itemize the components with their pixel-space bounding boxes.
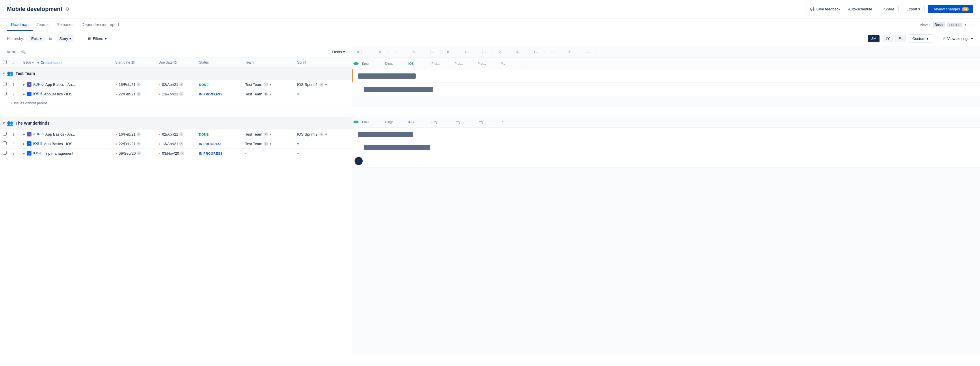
team-clear-icon[interactable]: ×: [264, 92, 268, 96]
sprint-dropdown-icon[interactable]: ▾: [325, 132, 327, 136]
gantt-bar-done[interactable]: [358, 132, 413, 137]
date-clear-icon[interactable]: ×: [179, 92, 183, 96]
team-dropdown-icon[interactable]: ▾: [270, 83, 271, 86]
group-chevron-wunderkinds[interactable]: ▾: [3, 121, 5, 125]
team-clear-icon[interactable]: ×: [264, 132, 268, 136]
expand-icon[interactable]: ▶: [23, 152, 25, 155]
date-clear-icon[interactable]: ×: [137, 92, 141, 96]
expand-icon[interactable]: ▶: [23, 142, 25, 145]
issue-title: App Basics - An...: [45, 132, 75, 136]
issue-type-icon: ▪: [27, 141, 32, 146]
view-basic-tag: Basic: [933, 22, 945, 27]
time-1y-button[interactable]: 1Y: [882, 35, 893, 42]
group-row-wunderkinds: ▾ 👥 The Wunderkinds: [0, 117, 352, 129]
group-chevron-test-team[interactable]: ▾: [3, 71, 5, 75]
date-clear-icon[interactable]: ×: [180, 151, 184, 155]
team-clear-icon[interactable]: ×: [264, 142, 268, 146]
sprint-clear-icon[interactable]: ×: [319, 132, 323, 136]
date-clear-icon[interactable]: ×: [137, 82, 141, 86]
team-dropdown-icon[interactable]: ▾: [270, 142, 271, 145]
issue-link[interactable]: IOS-5: [33, 142, 42, 146]
tab-roadmap[interactable]: Roadmap: [7, 19, 33, 31]
gear-icon[interactable]: ⚙: [65, 6, 69, 12]
issue-type-icon: ▪: [27, 92, 32, 96]
gantt-row: [352, 128, 980, 141]
sprint-label: IOS ...: [406, 119, 429, 125]
date-flag-icon: ▲: [115, 83, 118, 86]
sprint-label: Proj...: [475, 61, 498, 67]
timeline-cell: 2...: [475, 50, 493, 54]
date-clear-icon[interactable]: ×: [179, 132, 183, 136]
custom-button[interactable]: Custom ▾: [908, 34, 933, 43]
row-num: 1: [10, 80, 20, 90]
tab-releases[interactable]: Releases: [52, 19, 77, 31]
sprint-dropdown-icon[interactable]: ▾: [297, 92, 299, 96]
view-dropdown-arrow[interactable]: ▾: [965, 23, 966, 26]
search-icon[interactable]: 🔍: [21, 50, 26, 54]
date-clear-icon[interactable]: ×: [179, 142, 183, 146]
team-dropdown-icon[interactable]: ▾: [270, 133, 271, 136]
gantt-bar-inprogress[interactable]: [364, 87, 433, 92]
review-changes-button[interactable]: Review changes 34: [928, 5, 973, 13]
row-checkbox[interactable]: [3, 92, 6, 95]
sprint-label: Proj...: [475, 119, 498, 125]
row-num: 1: [10, 129, 20, 139]
sprint-clear-icon[interactable]: ×: [319, 82, 323, 87]
time-fit-button[interactable]: Fit: [895, 35, 905, 42]
row-checkbox[interactable]: [3, 141, 6, 145]
team-name: Test Team: [245, 142, 262, 146]
top-header: Mobile development ⚙ 📢 Give feedback Aut…: [0, 0, 980, 19]
tab-dependencies[interactable]: Dependencies report: [77, 19, 123, 31]
issue-link[interactable]: IOS-6: [33, 151, 42, 155]
row-checkbox[interactable]: [3, 132, 6, 136]
select-all-checkbox[interactable]: [3, 60, 6, 64]
more-options-icon[interactable]: ···: [969, 22, 973, 27]
gantt-bar-inprogress[interactable]: [364, 145, 430, 150]
row-num: 2: [10, 139, 20, 149]
issue-link[interactable]: ADR-5: [33, 132, 44, 136]
auto-schedule-button[interactable]: Auto-schedule: [844, 5, 877, 13]
expand-icon[interactable]: ▶: [23, 83, 25, 86]
row-checkbox[interactable]: [3, 151, 6, 155]
group-name-test-team: Test Team: [16, 71, 35, 76]
gantt-bar-done[interactable]: [358, 74, 416, 78]
hierarchy-from-select[interactable]: Epic ▾: [29, 35, 44, 42]
team-clear-icon[interactable]: ×: [264, 82, 268, 86]
due-date: 13/Apr/21: [162, 142, 178, 146]
feedback-button[interactable]: 📢 Give feedback: [810, 7, 840, 11]
gantt-expand-button[interactable]: ↔: [363, 49, 370, 55]
issue-link[interactable]: ADR-5: [33, 82, 44, 86]
export-button[interactable]: Export ▾: [902, 5, 924, 13]
gantt-undo-button[interactable]: ↺: [355, 49, 361, 55]
timeline-cell: 1...: [458, 50, 475, 54]
date-clear-icon[interactable]: ×: [179, 82, 183, 86]
issue-title: App Basics - iOS: [44, 142, 72, 146]
tab-teams[interactable]: Teams: [33, 19, 52, 31]
create-issue-button[interactable]: + Create issue: [37, 61, 62, 65]
share-button[interactable]: Share: [880, 5, 899, 13]
sprint-dropdown-icon[interactable]: ▾: [297, 151, 299, 155]
expand-icon[interactable]: ▶: [23, 133, 25, 136]
sprint-label: Dingo: [383, 119, 406, 125]
filters-button[interactable]: ⊞ Filters ▾: [88, 37, 107, 41]
team-dropdown-icon[interactable]: ▾: [270, 93, 271, 96]
row-checkbox[interactable]: [3, 82, 6, 86]
sprint-dropdown-icon[interactable]: ▾: [325, 82, 327, 87]
date-clear-icon[interactable]: ×: [137, 132, 141, 136]
back-to-date-icon[interactable]: ←: [355, 157, 363, 165]
expand-icon[interactable]: ▶: [23, 93, 25, 96]
date-clear-icon[interactable]: ×: [137, 142, 141, 146]
hierarchy-to-select[interactable]: Story ▾: [57, 35, 74, 42]
col-header-issue: Issue ▾ + Create issue: [20, 58, 112, 67]
fields-button[interactable]: ⊟ Fields ▾: [328, 50, 345, 54]
left-table: SCOPE 🔍 ⊟ Fields ▾ # Issue ▾ + Create is…: [0, 46, 352, 355]
sprint-label: Proj...: [452, 119, 475, 125]
issue-link[interactable]: IOS-5: [33, 92, 42, 96]
date-clear-icon[interactable]: ×: [137, 151, 141, 155]
timeline-cell: 1...: [527, 50, 544, 54]
time-3m-button[interactable]: 3M: [868, 35, 880, 42]
view-settings-button[interactable]: ⇄ View settings ▾: [942, 37, 973, 41]
team-dropdown-icon[interactable]: ▾: [245, 152, 247, 155]
status-badge: IN PROGRESS: [199, 93, 223, 96]
sprint-dropdown-icon[interactable]: ▾: [297, 142, 299, 146]
